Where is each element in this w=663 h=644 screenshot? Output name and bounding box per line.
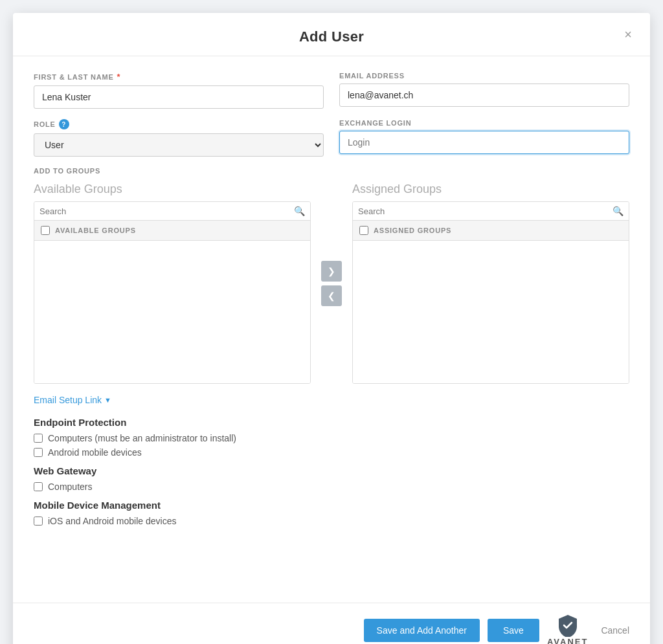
move-right-button[interactable]: ❯ bbox=[321, 261, 342, 282]
mobile-device-section: Mobile Device Management iOS and Android… bbox=[34, 500, 629, 526]
save-button[interactable]: Save bbox=[488, 619, 539, 642]
endpoint-protection-title: Endpoint Protection bbox=[34, 417, 629, 428]
assigned-groups-box: 🔍 ASSIGNED GROUPS bbox=[352, 201, 629, 384]
modal-body: FIRST & LAST NAME * EMAIL ADDRESS ROLE ?… bbox=[13, 56, 650, 603]
endpoint-android-checkbox[interactable] bbox=[34, 448, 43, 457]
web-gateway-computers-checkbox[interactable] bbox=[34, 482, 43, 491]
endpoint-computers-label: Computers (must be an administrator to i… bbox=[48, 433, 236, 443]
email-input[interactable] bbox=[339, 83, 629, 107]
available-groups-title: Available Groups bbox=[34, 183, 311, 196]
assigned-select-all-checkbox[interactable] bbox=[359, 226, 368, 235]
cancel-button[interactable]: Cancel bbox=[596, 619, 635, 642]
assigned-groups-title: Assigned Groups bbox=[352, 183, 629, 196]
assigned-groups-body bbox=[353, 241, 629, 383]
email-group: EMAIL ADDRESS bbox=[339, 72, 629, 109]
chevron-right-icon: ❯ bbox=[328, 266, 335, 276]
available-search-bar: 🔍 bbox=[34, 202, 310, 221]
close-button[interactable]: × bbox=[619, 25, 637, 43]
name-email-row: FIRST & LAST NAME * EMAIL ADDRESS bbox=[34, 72, 629, 109]
web-gateway-computers-label: Computers bbox=[48, 482, 92, 492]
role-label: ROLE ? bbox=[34, 119, 324, 129]
required-indicator: * bbox=[117, 72, 121, 82]
available-search-icon[interactable]: 🔍 bbox=[294, 206, 305, 216]
mobile-device-ios-label: iOS and Android mobile devices bbox=[48, 516, 176, 526]
email-setup-dropdown-icon: ▼ bbox=[104, 396, 111, 404]
exchange-login-input[interactable] bbox=[339, 131, 629, 154]
first-last-name-input[interactable] bbox=[34, 85, 324, 109]
web-gateway-computers-row: Computers bbox=[34, 482, 629, 492]
endpoint-computers-row: Computers (must be an administrator to i… bbox=[34, 433, 629, 443]
assigned-groups-header: ASSIGNED GROUPS bbox=[353, 221, 629, 241]
logo-cancel-area: AVANET Cancel bbox=[547, 614, 635, 644]
web-gateway-section: Web Gateway Computers bbox=[34, 465, 629, 492]
available-groups-body bbox=[34, 241, 310, 383]
endpoint-android-row: Android mobile devices bbox=[34, 447, 629, 458]
mobile-device-title: Mobile Device Management bbox=[34, 500, 629, 511]
add-to-groups-label: ADD TO GROUPS bbox=[34, 167, 629, 175]
email-label: EMAIL ADDRESS bbox=[339, 72, 629, 80]
chevron-left-icon: ❮ bbox=[328, 291, 335, 301]
endpoint-protection-section: Endpoint Protection Computers (must be a… bbox=[34, 417, 629, 458]
assigned-search-icon[interactable]: 🔍 bbox=[612, 206, 624, 216]
available-groups-section: Available Groups 🔍 AVAILABLE GROUPS bbox=[34, 183, 311, 384]
mobile-device-ios-row: iOS and Android mobile devices bbox=[34, 516, 629, 526]
available-groups-box: 🔍 AVAILABLE GROUPS bbox=[34, 201, 311, 384]
assigned-search-input[interactable] bbox=[358, 206, 612, 216]
mobile-device-ios-checkbox[interactable] bbox=[34, 516, 43, 526]
first-last-name-label: FIRST & LAST NAME * bbox=[34, 72, 324, 82]
avanet-logo-text: AVANET bbox=[547, 637, 589, 644]
modal-header: Add User × bbox=[13, 13, 650, 56]
assigned-groups-section: Assigned Groups 🔍 ASSIGNED GROUPS bbox=[352, 183, 629, 384]
web-gateway-title: Web Gateway bbox=[34, 465, 629, 476]
email-setup-link[interactable]: Email Setup Link ▼ bbox=[34, 395, 111, 405]
available-search-input[interactable] bbox=[39, 206, 294, 216]
endpoint-computers-checkbox[interactable] bbox=[34, 434, 43, 443]
save-and-add-another-button[interactable]: Save and Add Another bbox=[364, 619, 480, 642]
modal-footer: Save and Add Another Save AVANET Cancel bbox=[13, 603, 650, 644]
exchange-login-group: EXCHANGE LOGIN bbox=[339, 119, 629, 157]
available-select-all-checkbox[interactable] bbox=[41, 226, 50, 235]
available-groups-header: AVAILABLE GROUPS bbox=[34, 221, 310, 241]
role-group: ROLE ? User Admin Manager bbox=[34, 119, 324, 157]
modal-title: Add User bbox=[299, 28, 364, 45]
first-last-name-group: FIRST & LAST NAME * bbox=[34, 72, 324, 109]
add-user-modal: Add User × FIRST & LAST NAME * EMAIL ADD… bbox=[13, 13, 650, 644]
move-left-button[interactable]: ❮ bbox=[321, 285, 342, 306]
groups-container: Available Groups 🔍 AVAILABLE GROUPS bbox=[34, 183, 629, 384]
endpoint-android-label: Android mobile devices bbox=[48, 447, 142, 458]
transfer-buttons: ❯ ❮ bbox=[311, 261, 352, 306]
role-help-icon[interactable]: ? bbox=[59, 119, 69, 129]
assigned-search-bar: 🔍 bbox=[353, 202, 629, 221]
avanet-logo-icon bbox=[557, 614, 578, 637]
role-exchange-row: ROLE ? User Admin Manager EXCHANGE LOGIN bbox=[34, 119, 629, 157]
logo: AVANET bbox=[547, 614, 589, 644]
role-select[interactable]: User Admin Manager bbox=[34, 133, 324, 157]
exchange-login-label: EXCHANGE LOGIN bbox=[339, 119, 629, 127]
